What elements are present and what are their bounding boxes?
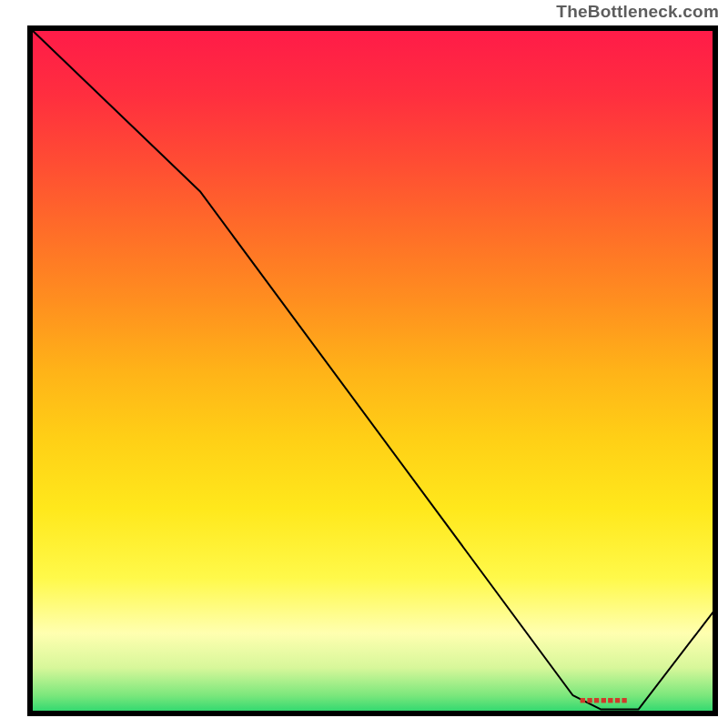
chart-root: ■■■■■■■: [0, 0, 728, 728]
chart-annotation: ■■■■■■■: [580, 694, 629, 705]
chart-background: [27, 25, 718, 716]
